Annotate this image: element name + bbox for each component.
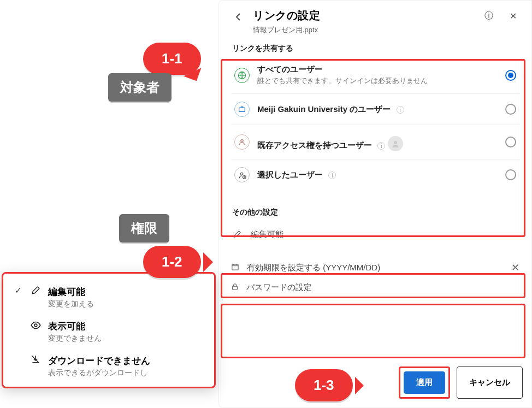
share-section-title: リンクを共有する xyxy=(219,38,531,57)
more-settings-box: 有効期限を設定する (YYYY/MM/DD) ✕ パスワードの設定 xyxy=(226,252,525,305)
permission-menu: ✓ 編集可能 変更を加える 表示可能 変更できません ダウンロードできません 表… xyxy=(2,272,216,388)
dialog-header: リンクの設定 情報プレゼン用.pptx ⓘ ✕ xyxy=(219,1,531,38)
arrow-left-icon xyxy=(234,13,243,21)
svg-rect-6 xyxy=(232,264,238,269)
perm-option-title: ダウンロードできません xyxy=(48,354,150,367)
apply-highlight: 適用 xyxy=(399,366,450,399)
person-plus-icon xyxy=(234,167,250,182)
perm-option-desc: 変更できません xyxy=(48,334,102,344)
share-option-label: 選択したユーザー xyxy=(257,170,323,179)
permission-dropdown[interactable]: 編集可能 ⌄ xyxy=(226,223,525,246)
dialog-filename: 情報プレゼン用.pptx xyxy=(253,25,476,35)
chevron-down-icon: ⌄ xyxy=(514,231,519,239)
label-target: 対象者 xyxy=(108,73,172,102)
avatar-icon xyxy=(388,136,403,151)
check-icon: ✓ xyxy=(13,286,23,295)
svg-point-4 xyxy=(240,173,243,175)
close-icon[interactable]: ✕ xyxy=(506,11,519,21)
dialog-title: リンクの設定 xyxy=(253,8,476,23)
perm-option-view[interactable]: 表示可能 変更できません xyxy=(7,315,211,349)
password-label: パスワードの設定 xyxy=(246,282,519,293)
share-options: すべてのユーザー 誰とでも共有できます。サインインは必要ありません Meiji … xyxy=(226,57,525,190)
pencil-icon xyxy=(231,230,243,240)
clear-icon[interactable]: ✕ xyxy=(511,262,519,274)
radio-unselected[interactable] xyxy=(505,137,516,147)
eye-icon xyxy=(29,320,42,330)
calendar-icon xyxy=(231,263,239,273)
lock-icon xyxy=(231,283,239,293)
callout-1-2: 1-2 xyxy=(143,246,201,278)
share-option-desc: 誰とでも共有できます。サインインは必要ありません xyxy=(257,76,498,86)
expiration-row[interactable]: 有効期限を設定する (YYYY/MM/DD) ✕ xyxy=(231,257,519,278)
info-icon[interactable]: ⓘ xyxy=(482,10,495,22)
svg-rect-1 xyxy=(239,108,245,111)
callout-bubble: 1-1 xyxy=(143,43,201,75)
callout-bubble: 1-3 xyxy=(295,369,353,401)
share-option-specific[interactable]: 選択したユーザー i xyxy=(231,159,519,190)
gray-tag: 権限 xyxy=(119,214,169,243)
callout-bubble: 1-2 xyxy=(143,246,201,278)
expiration-label: 有効期限を設定する (YYYY/MM/DD) xyxy=(247,263,504,273)
perm-option-edit[interactable]: ✓ 編集可能 変更を加える xyxy=(7,280,211,315)
cancel-button[interactable]: キャンセル xyxy=(457,366,523,399)
link-settings-panel: リンクの設定 情報プレゼン用.pptx ⓘ ✕ リンクを共有する すべてのユーザ… xyxy=(218,0,532,408)
perm-option-title: 編集可能 xyxy=(48,286,94,298)
share-option-org[interactable]: Meiji Gakuin University のユーザー i xyxy=(231,93,519,125)
svg-rect-7 xyxy=(233,286,238,289)
password-row[interactable]: パスワードの設定 xyxy=(231,278,519,297)
radio-selected[interactable] xyxy=(505,70,516,81)
perm-option-nodl[interactable]: ダウンロードできません 表示できるがダウンロードし xyxy=(7,349,211,383)
back-button[interactable] xyxy=(231,9,246,25)
svg-point-3 xyxy=(394,141,397,144)
permission-label: 編集可能 xyxy=(251,229,506,240)
label-permission: 権限 xyxy=(119,214,169,243)
info-badge-icon[interactable]: i xyxy=(377,142,385,150)
info-badge-icon[interactable]: i xyxy=(328,172,336,179)
no-download-icon xyxy=(29,354,42,364)
share-option-label: 既存アクセス権を持つユーザー xyxy=(257,140,372,150)
perm-option-desc: 変更を加える xyxy=(48,299,94,309)
share-option-anyone[interactable]: すべてのユーザー 誰とでも共有できます。サインインは必要ありません xyxy=(231,57,519,93)
briefcase-icon xyxy=(234,102,250,117)
share-option-label: すべてのユーザー xyxy=(257,64,498,75)
share-option-label: Meiji Gakuin University のユーザー xyxy=(257,104,391,114)
share-option-existing[interactable]: 既存アクセス権を持つユーザー i xyxy=(231,125,519,159)
gray-tag: 対象者 xyxy=(108,73,172,102)
radio-unselected[interactable] xyxy=(505,169,516,180)
radio-unselected[interactable] xyxy=(505,104,516,115)
callout-1-3: 1-3 xyxy=(295,369,353,401)
info-badge-icon[interactable]: i xyxy=(397,106,404,114)
svg-point-8 xyxy=(34,324,37,327)
globe-icon xyxy=(234,68,250,83)
perm-option-desc: 表示できるがダウンロードし xyxy=(48,368,150,378)
dialog-footer: 適用 キャンセル xyxy=(399,366,523,399)
perm-option-title: 表示可能 xyxy=(48,320,102,333)
person-icon xyxy=(234,134,250,150)
callout-1-1: 1-1 xyxy=(143,43,201,75)
apply-button[interactable]: 適用 xyxy=(404,371,445,394)
svg-point-2 xyxy=(241,140,243,142)
other-section-title: その他の設定 xyxy=(219,202,531,221)
pencil-icon xyxy=(29,286,42,295)
